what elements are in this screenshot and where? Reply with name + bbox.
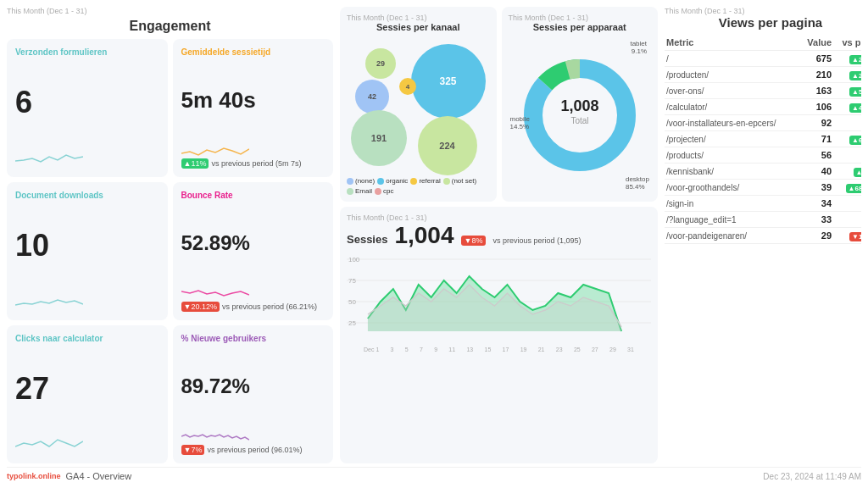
- newusers-sparkline: [181, 430, 249, 443]
- views-title: Views per pagina: [665, 15, 861, 30]
- sessies-title: Sessies: [347, 233, 387, 246]
- sessions-device-title: Sessies per apparaat: [509, 22, 652, 32]
- row-value: 29: [800, 228, 833, 244]
- row-value: 92: [800, 115, 833, 131]
- sessions-channel-period: This Month (Dec 1 - 31): [347, 14, 490, 22]
- row-path: /calculator/: [665, 99, 800, 115]
- svg-text:Total: Total: [570, 116, 588, 125]
- donut-chart: 1,008 Total: [516, 52, 643, 179]
- row-path: /?language_edit=1: [665, 212, 800, 228]
- row-value: 33: [800, 212, 833, 228]
- col-vs-prev: vs prev: [833, 35, 861, 51]
- row-badge: ▲680%: [833, 180, 861, 196]
- metric-card-newusers: % Nieuwe gebruikers 89.72% ▼7% vs previo…: [173, 325, 334, 463]
- forms-sparkline: [15, 148, 83, 165]
- engagement-title: Engagement: [7, 19, 333, 34]
- row-badge: ▲27%: [833, 67, 861, 83]
- newusers-label: % Nieuwe gebruikers: [181, 334, 326, 343]
- row-path: /voor-installateurs-en-epcers/: [665, 115, 800, 131]
- bubble-29: 29: [365, 48, 396, 79]
- bounce-label: Bounce Rate: [181, 191, 326, 200]
- svg-text:50: 50: [348, 298, 356, 306]
- row-value: 56: [800, 147, 833, 164]
- bubble-42: 42: [355, 80, 389, 114]
- row-path: /producten/: [665, 67, 800, 83]
- table-row: /products/56: [665, 147, 861, 164]
- metric-card-bounce: Bounce Rate 52.89% ▼20.12% vs previous p…: [173, 182, 334, 320]
- calculator-value: 27: [15, 374, 159, 404]
- row-value: 210: [800, 67, 833, 83]
- row-path: /sign-in: [665, 196, 800, 212]
- table-row: /675▲26%: [665, 51, 861, 67]
- row-badge: [833, 147, 861, 164]
- row-badge: ▲43%: [833, 99, 861, 115]
- calculator-label: Clicks naar calculator: [15, 334, 159, 343]
- row-badge: ▲26%: [833, 51, 861, 67]
- sessies-value: 1,004: [394, 222, 453, 249]
- views-table: Metric Value vs prev /675▲26%/producten/…: [665, 35, 861, 244]
- bubble-4: 4: [399, 78, 416, 95]
- row-value: 40: [800, 164, 833, 180]
- engagement-panel: This Month (Dec 1 - 31) Engagement Verzo…: [7, 7, 333, 463]
- metric-card-forms: Verzonden formulieren 6: [7, 39, 168, 177]
- sessions-channel-title: Sessies per kanaal: [347, 22, 490, 32]
- row-badge: [833, 212, 861, 228]
- newusers-vs-prev: ▼7% vs previous period (96.01%): [181, 445, 326, 455]
- table-row: /voor-pandeigenaren/29▼15%: [665, 228, 861, 244]
- bounce-value: 52.89%: [181, 232, 326, 254]
- footer-app-label: GA4 - Overview: [66, 471, 132, 481]
- metric-card-downloads: Document downloads 10: [7, 182, 168, 320]
- downloads-label: Document downloads: [15, 191, 159, 200]
- bubble-224: 224: [418, 116, 477, 175]
- table-row: /over-ons/163▲52%: [665, 83, 861, 99]
- row-path: /products/: [665, 147, 800, 164]
- middle-panel: This Month (Dec 1 - 31) Sessies per kana…: [340, 7, 658, 463]
- downloads-sparkline: [15, 291, 83, 308]
- table-row: /sign-in34: [665, 196, 861, 212]
- svg-text:100: 100: [348, 256, 360, 263]
- row-path: /projecten/: [665, 131, 800, 147]
- bubble-325: 325: [411, 44, 486, 119]
- sessies-chart: 100 75 50 25: [347, 251, 651, 344]
- metric-card-calculator: Clicks naar calculator 27: [7, 325, 168, 463]
- row-badge: ▼15%: [833, 228, 861, 244]
- sessies-badge: ▼8%: [461, 236, 487, 246]
- views-panel: This Month (Dec 1 - 31) Views per pagina…: [665, 7, 861, 463]
- row-path: /voor-groothandels/: [665, 180, 800, 196]
- sessies-period: This Month (Dec 1 - 31): [347, 214, 651, 222]
- row-value: 675: [800, 51, 833, 67]
- svg-text:25: 25: [348, 319, 356, 327]
- row-value: 106: [800, 99, 833, 115]
- session-vs-prev: ▲11% vs previous period (5m 7s): [181, 158, 326, 169]
- svg-text:75: 75: [348, 277, 356, 285]
- row-path: /kennisbank/: [665, 164, 800, 180]
- sessions-device-card: This Month (Dec 1 - 31) Sessies per appa…: [502, 7, 659, 202]
- bounce-vs-prev: ▼20.12% vs previous period (66.21%): [181, 302, 326, 312]
- calculator-sparkline: [15, 435, 83, 452]
- footer-date: Dec 23, 2024 at 11:49 AM: [763, 472, 861, 481]
- row-value: 71: [800, 131, 833, 147]
- row-path: /over-ons/: [665, 83, 800, 99]
- row-value: 163: [800, 83, 833, 99]
- session-label: Gemiddelde sessietijd: [181, 47, 326, 57]
- sessions-device-period: This Month (Dec 1 - 31): [509, 14, 652, 22]
- table-row: /kennisbank/40▲8%: [665, 164, 861, 180]
- row-badge: ▲52%: [833, 83, 861, 99]
- row-badge: ▲61%: [833, 131, 861, 147]
- row-path: /: [665, 51, 800, 67]
- forms-value: 6: [15, 87, 159, 118]
- col-metric: Metric: [665, 35, 800, 51]
- col-value: Value: [800, 35, 833, 51]
- row-path: /voor-pandeigenaren/: [665, 228, 800, 244]
- newusers-value: 89.72%: [181, 375, 326, 397]
- table-row: /voor-installateurs-en-epcers/92: [665, 115, 861, 131]
- row-badge: [833, 196, 861, 212]
- row-badge: ▲8%: [833, 164, 861, 180]
- session-value: 5m 40s: [181, 88, 326, 113]
- sessions-channel-card: This Month (Dec 1 - 31) Sessies per kana…: [340, 7, 497, 202]
- sessions-channel-legend: ​(none) organic referral (not set) Email…: [347, 177, 490, 195]
- downloads-value: 10: [15, 230, 159, 261]
- footer: typolink.online GA4 - Overview Dec 23, 2…: [7, 467, 861, 481]
- session-sparkline: [181, 143, 249, 157]
- svg-text:1,008: 1,008: [560, 97, 598, 114]
